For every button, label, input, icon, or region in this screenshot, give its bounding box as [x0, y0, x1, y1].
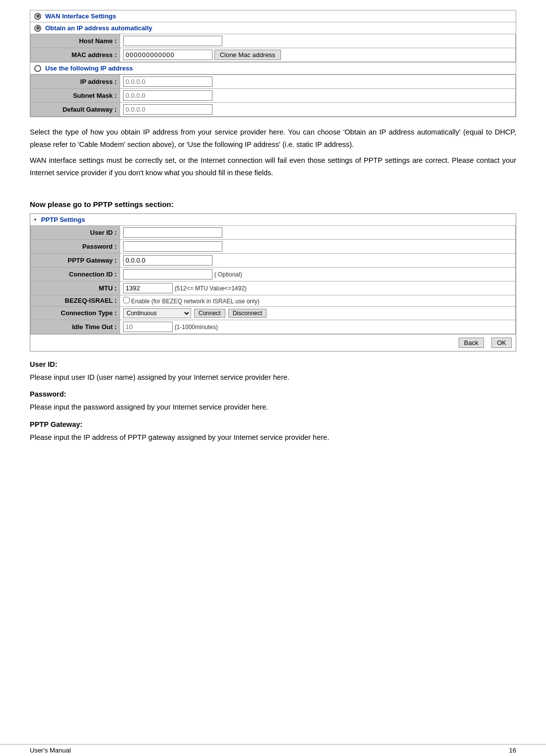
bezeq-label: BEZEQ-ISRAEL :	[31, 295, 120, 306]
mac-address-value-cell: Clone Mac address	[120, 48, 516, 62]
bottom-buttons-row: Back OK	[30, 334, 516, 351]
pptp-gateway-value-cell	[120, 253, 516, 267]
wan-static-form-table: IP address : Subnet Mask : Default Gatew…	[30, 74, 516, 117]
idle-timeout-input[interactable]	[123, 322, 173, 332]
ip-address-row: IP address :	[31, 75, 516, 89]
use-following-row: Use the following IP address	[30, 62, 516, 74]
password-input[interactable]	[123, 241, 222, 252]
connection-id-row: Connection ID : ( Optional)	[31, 267, 516, 281]
mac-address-row: MAC address : Clone Mac address	[31, 48, 516, 62]
bezeq-row: BEZEQ-ISRAEL : Enable (for BEZEQ network…	[31, 295, 516, 306]
pptp-gateway-input[interactable]	[123, 255, 212, 266]
wan-title: WAN Interface Settings	[45, 12, 116, 20]
clone-mac-button[interactable]: Clone Mac address	[214, 50, 281, 60]
host-name-row: Host Name :	[31, 34, 516, 48]
connect-button[interactable]: Connect	[194, 309, 225, 318]
idle-timeout-hint: (1-1000minutes)	[175, 324, 218, 331]
connection-id-value-cell: ( Optional)	[120, 267, 516, 281]
default-gateway-label: Default Gateway :	[31, 103, 120, 117]
back-button[interactable]: Back	[459, 338, 484, 348]
default-gateway-input[interactable]	[123, 104, 212, 115]
password-value-cell	[120, 239, 516, 253]
subnet-mask-row: Subnet Mask :	[31, 89, 516, 103]
body-text-1: Select the type of how you obtain IP add…	[30, 126, 516, 150]
connection-id-label: Connection ID :	[31, 267, 120, 281]
idle-timeout-row: Idle Time Out : (1-1000minutes)	[31, 320, 516, 334]
disconnect-button[interactable]: Disconnect	[228, 309, 267, 318]
connection-type-cell: Continuous Connect on Demand Manual Conn…	[123, 308, 512, 318]
connection-type-label: Connection Type :	[31, 306, 120, 320]
user-id-heading: User ID:	[30, 360, 516, 368]
connection-id-input[interactable]	[123, 269, 212, 279]
mac-address-input[interactable]	[123, 50, 212, 60]
subnet-mask-value-cell	[120, 89, 516, 103]
idle-timeout-label: Idle Time Out :	[31, 320, 120, 334]
use-following-radio[interactable]	[34, 65, 41, 72]
bezeq-value-cell: Enable (for BEZEQ network in ISRAEL use …	[120, 295, 516, 306]
password-heading: Password:	[30, 390, 516, 398]
user-id-desc: Please input user ID (user name) assigne…	[30, 371, 516, 384]
obtain-auto-row: Obtain an IP address automatically	[30, 22, 516, 34]
wan-section: WAN Interface Settings Obtain an IP addr…	[30, 10, 516, 117]
mtu-input[interactable]	[123, 283, 173, 293]
ip-address-label: IP address :	[31, 75, 120, 89]
default-gateway-row: Default Gateway :	[31, 103, 516, 117]
body-text-2: WAN interface settings must be correctly…	[30, 154, 516, 179]
mtu-value-cell: (512<= MTU Value<=1492)	[120, 281, 516, 295]
use-following-label: Use the following IP address	[45, 65, 133, 72]
pptp-title: PPTP Settings	[41, 216, 85, 223]
host-name-value-cell	[120, 34, 516, 48]
password-desc: Please input the password assigned by yo…	[30, 401, 516, 413]
wan-table-wrapper: WAN Interface Settings Obtain an IP addr…	[30, 10, 516, 117]
default-gateway-value-cell	[120, 103, 516, 117]
pptp-gateway-label: PPTP Gateway :	[31, 253, 120, 267]
footer-right: 16	[509, 747, 516, 754]
host-name-input[interactable]	[123, 36, 222, 46]
user-id-label: User ID :	[31, 225, 120, 239]
ok-button[interactable]: OK	[491, 338, 512, 348]
password-row: Password :	[31, 239, 516, 253]
ip-address-input[interactable]	[123, 76, 212, 87]
mtu-hint: (512<= MTU Value<=1492)	[175, 285, 247, 292]
obtain-auto-radio[interactable]	[34, 13, 41, 20]
optional-hint: ( Optional)	[214, 271, 242, 278]
connection-type-row: Connection Type : Continuous Connect on …	[31, 306, 516, 320]
mtu-row: MTU : (512<= MTU Value<=1492)	[31, 281, 516, 295]
bezeq-hint: Enable (for BEZEQ network in ISRAEL use …	[131, 298, 259, 305]
user-id-row: User ID :	[31, 225, 516, 239]
connection-type-value-cell: Continuous Connect on Demand Manual Conn…	[120, 306, 516, 320]
ip-address-value-cell	[120, 75, 516, 89]
pptp-table-wrapper: • PPTP Settings User ID : Password : PPT…	[30, 213, 516, 351]
mtu-label: MTU :	[31, 281, 120, 295]
footer-left: User's Manual	[30, 747, 71, 754]
user-id-input[interactable]	[123, 227, 222, 238]
connection-type-select[interactable]: Continuous Connect on Demand Manual	[123, 308, 191, 318]
go-to-pptp-heading: Now please go to PPTP settings section:	[30, 200, 516, 208]
pptp-gateway-desc: Please input the IP address of PPTP gate…	[30, 431, 516, 444]
pptp-title-row: • PPTP Settings	[30, 214, 516, 225]
subnet-mask-input[interactable]	[123, 90, 212, 101]
password-label: Password :	[31, 239, 120, 253]
obtain-auto-radio2[interactable]	[34, 25, 41, 32]
footer-bar: User's Manual 16	[0, 744, 546, 756]
idle-timeout-value-cell: (1-1000minutes)	[120, 320, 516, 334]
mac-address-label: MAC address :	[31, 48, 120, 62]
pptp-form-table: User ID : Password : PPTP Gateway : Conn…	[30, 225, 516, 334]
host-name-label: Host Name :	[31, 34, 120, 48]
pptp-gateway-heading: PPTP Gateway:	[30, 420, 516, 428]
obtain-auto-label: Obtain an IP address automatically	[45, 24, 152, 32]
bezeq-checkbox[interactable]	[123, 297, 130, 303]
wan-form-table: Host Name : MAC address : Clone Mac addr…	[30, 34, 516, 62]
wan-title-row: WAN Interface Settings	[30, 10, 516, 22]
subnet-mask-label: Subnet Mask :	[31, 89, 120, 103]
pptp-gateway-row: PPTP Gateway :	[31, 253, 516, 267]
pptp-section: • PPTP Settings User ID : Password : PPT…	[30, 213, 516, 351]
user-id-value-cell	[120, 225, 516, 239]
